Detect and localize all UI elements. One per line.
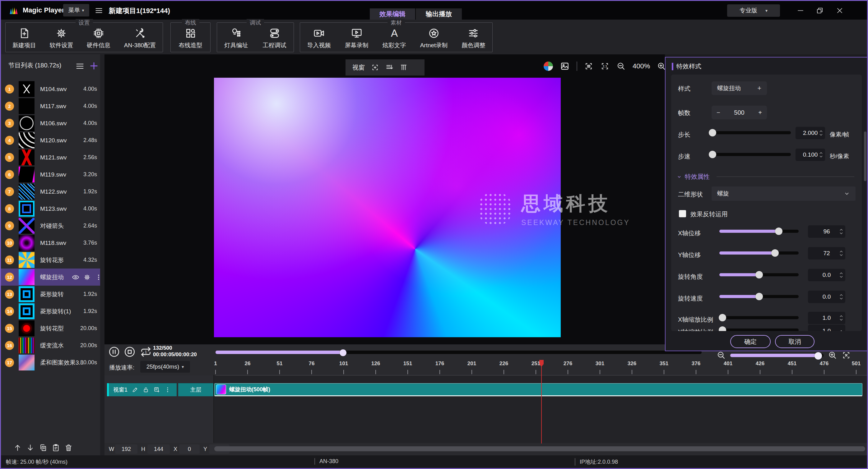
ok-button[interactable]: 确定: [730, 335, 771, 348]
list-item[interactable]: 12螺旋扭动: [1, 269, 100, 286]
list-item[interactable]: 1M104.swv4.00s: [1, 80, 100, 98]
add-viewport-icon[interactable]: [371, 63, 379, 71]
kebab-menu-icon[interactable]: [95, 273, 102, 281]
tab-output-play[interactable]: 输出播放: [416, 8, 462, 20]
slider-thumb[interactable]: [771, 249, 779, 257]
y-scale-input[interactable]: 1.0: [808, 325, 845, 331]
new-project-button[interactable]: 新建项目: [12, 26, 36, 49]
list-item[interactable]: 3M106.swv4.00s: [1, 115, 100, 132]
list-item[interactable]: 14菱形旋转(1)1.92s: [1, 303, 100, 320]
slider-thumb[interactable]: [719, 326, 726, 331]
add-layer-icon[interactable]: [153, 386, 160, 393]
menu-button[interactable]: 菜单 ▾: [63, 4, 89, 16]
slider-thumb[interactable]: [709, 151, 716, 158]
plus-icon[interactable]: +: [758, 109, 762, 116]
move-down-icon[interactable]: [26, 443, 34, 452]
list-item[interactable]: 10M118.swv3.76s: [1, 234, 100, 252]
track-header[interactable]: 视窗1: [107, 383, 177, 396]
slider-thumb[interactable]: [755, 271, 763, 278]
frames-stepper[interactable]: − 500 +: [712, 106, 767, 119]
rotate-angle-input[interactable]: 0.0: [808, 269, 845, 281]
list-icon[interactable]: [75, 62, 84, 71]
move-up-icon[interactable]: [13, 443, 22, 452]
rotate-speed-slider[interactable]: [719, 293, 799, 300]
list-item[interactable]: 9对碰箭头2.64s: [1, 217, 100, 234]
list-item[interactable]: 17柔和图案效果3...80.00s: [1, 354, 100, 371]
spinner[interactable]: [819, 152, 823, 158]
artnet-record-button[interactable]: Artnet录制: [420, 26, 448, 49]
cancel-button[interactable]: 取消: [775, 335, 814, 348]
background-image-icon[interactable]: [560, 61, 570, 71]
color-wheel-icon[interactable]: [544, 62, 553, 71]
list-item[interactable]: 13菱形旋转1.92s: [1, 286, 100, 303]
spinner[interactable]: [839, 250, 843, 256]
invert-effect-checkbox[interactable]: [679, 210, 686, 217]
w-input[interactable]: 192: [115, 444, 137, 454]
timeline-horizontal-scrollbar[interactable]: [214, 446, 865, 451]
minus-icon[interactable]: −: [717, 109, 720, 116]
spinner[interactable]: [819, 130, 823, 136]
fixture-address-button[interactable]: 灯具编址: [224, 26, 248, 49]
slider-thumb[interactable]: [719, 314, 726, 322]
import-video-button[interactable]: 导入视频: [307, 26, 331, 49]
shape-dropdown[interactable]: 螺旋: [712, 187, 856, 201]
columns-layout-icon[interactable]: [400, 63, 408, 71]
y-offset-input[interactable]: 72: [808, 247, 845, 260]
software-settings-button[interactable]: 软件设置: [50, 26, 73, 49]
x-scale-slider[interactable]: [719, 314, 799, 322]
stop-button[interactable]: [124, 346, 135, 358]
list-item[interactable]: 6M119.swv3.20s: [1, 166, 100, 183]
list-item[interactable]: 15旋转花型20.00s: [1, 320, 100, 337]
list-item[interactable]: 2M117.swv4.00s: [1, 98, 100, 115]
close-button[interactable]: [836, 6, 844, 14]
restore-button[interactable]: [816, 6, 824, 14]
tab-effect-edit[interactable]: 效果编辑: [370, 8, 415, 20]
hardware-info-button[interactable]: 硬件信息: [87, 26, 111, 49]
style-chip[interactable]: 螺旋扭动 +: [712, 81, 767, 95]
lock-icon[interactable]: [143, 386, 149, 393]
spinner[interactable]: [839, 229, 843, 234]
color-text-button[interactable]: A 炫彩文字: [382, 26, 406, 49]
x-scale-input[interactable]: 1.0: [808, 312, 845, 324]
list-item[interactable]: 4M120.swv2.48s: [1, 132, 100, 149]
spinner[interactable]: [839, 330, 843, 331]
step-length-input[interactable]: 2.000: [796, 127, 825, 139]
spinner[interactable]: [839, 272, 843, 278]
zoom-out-icon[interactable]: [616, 62, 626, 71]
slider-thumb[interactable]: [709, 129, 716, 136]
slider-thumb[interactable]: [755, 293, 763, 300]
step-speed-slider[interactable]: [712, 151, 791, 158]
color-adjust-button[interactable]: 颜色调整: [462, 26, 485, 49]
x-offset-input[interactable]: 96: [808, 225, 845, 238]
layer-badge[interactable]: 主层: [178, 383, 213, 396]
rotate-angle-slider[interactable]: [719, 271, 799, 278]
list-item[interactable]: 11旋转花形4.32s: [1, 252, 100, 269]
effect-attributes-section[interactable]: 特效属性: [677, 172, 854, 181]
edit-pencil-icon[interactable]: [131, 386, 138, 393]
spinner[interactable]: [839, 294, 843, 300]
screen-record-button[interactable]: 屏幕录制: [345, 26, 369, 49]
hamburger-icon[interactable]: [95, 6, 103, 14]
playback-rate-dropdown[interactable]: 25fps(40ms) ▾: [140, 361, 190, 373]
list-item[interactable]: 5M121.swv2.56s: [1, 149, 100, 166]
timeline-clip[interactable]: 螺旋扭动(500帧): [214, 383, 862, 396]
repeat-one-button[interactable]: 1: [139, 346, 152, 358]
list-item[interactable]: 8M123.swv4.00s: [1, 200, 100, 217]
slider-thumb[interactable]: [775, 228, 782, 235]
step-length-slider[interactable]: [712, 129, 791, 136]
list-item[interactable]: 16缓变流水20.00s: [1, 337, 100, 354]
project-debug-button[interactable]: 工程调试: [263, 26, 286, 49]
y-scale-slider[interactable]: [719, 326, 799, 331]
x-offset-slider[interactable]: [719, 228, 799, 235]
rows-layout-icon[interactable]: [385, 63, 394, 71]
edition-dropdown[interactable]: 专业版 ▾: [727, 4, 780, 17]
visibility-eye-icon[interactable]: [72, 273, 79, 281]
x-input[interactable]: 0: [179, 444, 200, 454]
rotate-speed-input[interactable]: 0.0: [808, 291, 845, 303]
spinner[interactable]: [839, 315, 843, 321]
panel-scrollbar[interactable]: [864, 131, 866, 181]
list-item[interactable]: 7M122.swv1.92s: [1, 183, 100, 200]
h-input[interactable]: 144: [147, 444, 170, 454]
wiring-shape-button[interactable]: 布线造型: [179, 26, 203, 49]
step-speed-input[interactable]: 0.100: [796, 148, 825, 161]
